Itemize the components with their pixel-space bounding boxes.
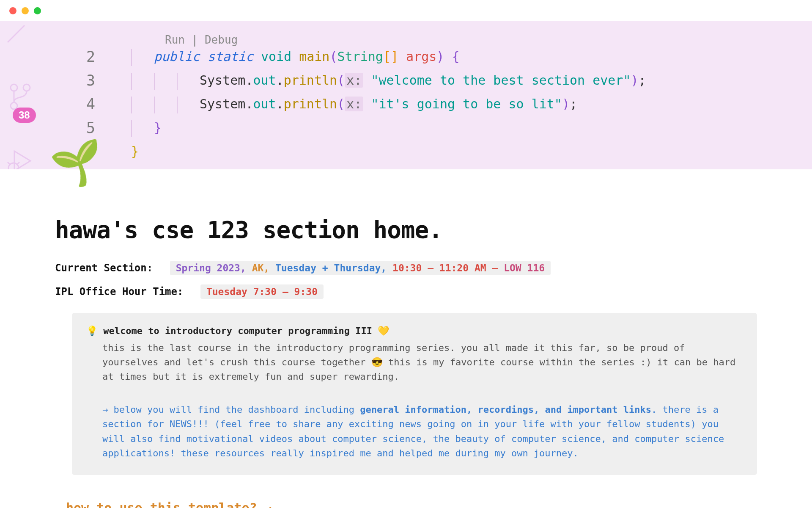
page-content: hawa's cse 123 section home. Current Sec…	[0, 169, 812, 508]
how-to-link[interactable]: how to use this template? →	[66, 500, 757, 508]
current-section-row: Current Section: Spring 2023, AK, Tuesda…	[55, 262, 757, 274]
current-section-label: Current Section:	[55, 262, 153, 274]
heart-icon: 💛	[378, 326, 389, 336]
pencil-icon	[3, 21, 29, 47]
run-debug-icon	[6, 146, 36, 169]
codelens-sep: |	[185, 33, 205, 46]
minimize-icon[interactable]	[22, 7, 29, 14]
callout-body-2: → below you will find the dashboard incl…	[86, 403, 743, 460]
bulb-icon: 💡	[86, 326, 98, 336]
ipl-chip: Tuesday 7:30 – 9:30	[200, 284, 324, 299]
current-section-chip: Spring 2023, AK, Tuesday + Thursday, 10:…	[170, 261, 551, 275]
callout-heading: 💡 welcome to introductory computer progr…	[86, 324, 743, 338]
code-line: }	[131, 140, 646, 163]
line-number: 4	[74, 92, 95, 116]
welcome-callout: 💡 welcome to introductory computer progr…	[72, 313, 757, 475]
ipl-label: IPL Office Hour Time:	[55, 286, 183, 298]
svg-point-0	[11, 84, 17, 91]
codelens-run[interactable]: Run	[165, 33, 185, 46]
zoom-icon[interactable]	[34, 7, 41, 14]
window-titlebar	[0, 0, 812, 21]
code-line: System.out.println(x: "welcome to the be…	[131, 69, 646, 92]
hero-code-banner: 38 2 3 4 5 6 7 Run | Debug public static…	[0, 21, 812, 169]
code-line: }	[131, 116, 646, 140]
close-icon[interactable]	[9, 7, 16, 14]
editor-activity-bar	[0, 21, 40, 169]
line-number: 5	[74, 116, 95, 140]
scm-changes-badge: 38	[13, 108, 36, 123]
code-area: Run | Debug public static void main(Stri…	[131, 21, 646, 163]
ipl-row: IPL Office Hour Time: Tuesday 7:30 – 9:3…	[55, 286, 757, 298]
line-number: 2	[74, 45, 95, 69]
line-number: 3	[74, 69, 95, 92]
page-title: hawa's cse 123 section home.	[55, 216, 757, 243]
callout-body-1: this is the last course in the introduct…	[86, 341, 743, 384]
svg-point-1	[23, 84, 30, 91]
code-line: System.out.println(x: "it's going to be …	[131, 92, 646, 116]
codelens-debug[interactable]: Debug	[205, 33, 238, 46]
